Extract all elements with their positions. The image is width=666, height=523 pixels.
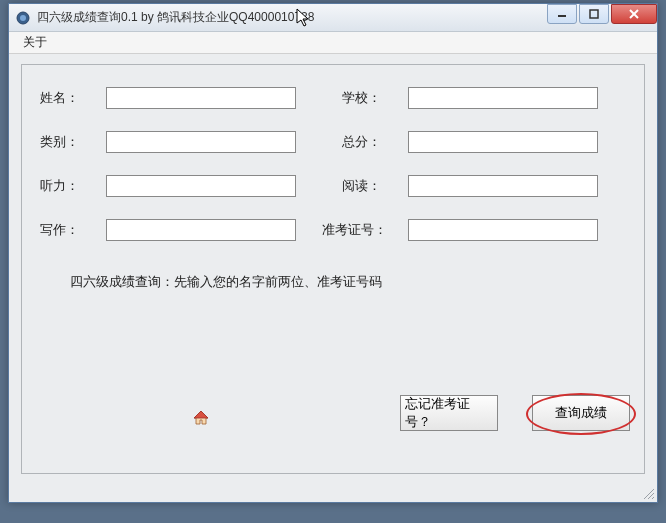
- app-icon: [15, 10, 31, 26]
- client-area: 姓名： 学校： 类别： 总分： 听力： 阅读：: [9, 54, 657, 502]
- maximize-icon: [589, 9, 599, 19]
- input-name[interactable]: [106, 87, 296, 109]
- input-school[interactable]: [408, 87, 598, 109]
- window-title: 四六级成绩查询0.1 by 鸽讯科技企业QQ4000010738: [37, 9, 314, 26]
- forgot-ticket-button[interactable]: 忘记准考证号？: [400, 395, 498, 431]
- row-reading: 阅读：: [342, 175, 598, 197]
- titlebar[interactable]: 四六级成绩查询0.1 by 鸽讯科技企业QQ4000010738: [9, 4, 657, 32]
- label-ticket: 准考证号：: [322, 221, 402, 239]
- input-category[interactable]: [106, 131, 296, 153]
- svg-line-10: [652, 497, 654, 499]
- label-name: 姓名：: [40, 89, 100, 107]
- svg-point-1: [20, 15, 26, 21]
- row-name: 姓名：: [40, 87, 296, 109]
- menubar: 关于: [9, 32, 657, 54]
- input-total[interactable]: [408, 131, 598, 153]
- input-listening[interactable]: [106, 175, 296, 197]
- label-school: 学校：: [342, 89, 402, 107]
- window-controls: [545, 4, 657, 24]
- label-listening: 听力：: [40, 177, 100, 195]
- input-reading[interactable]: [408, 175, 598, 197]
- input-ticket[interactable]: [408, 219, 598, 241]
- row-school: 学校：: [342, 87, 598, 109]
- row-writing: 写作：: [40, 219, 296, 241]
- close-icon: [628, 9, 640, 19]
- menu-about[interactable]: 关于: [15, 32, 55, 53]
- forgot-ticket-label: 忘记准考证号？: [405, 395, 493, 431]
- input-writing[interactable]: [106, 219, 296, 241]
- row-listening: 听力：: [40, 175, 296, 197]
- label-category: 类别：: [40, 133, 100, 151]
- main-window: 四六级成绩查询0.1 by 鸽讯科技企业QQ4000010738 关于 姓名：: [8, 3, 658, 503]
- svg-rect-3: [590, 10, 598, 18]
- label-reading: 阅读：: [342, 177, 402, 195]
- query-score-button[interactable]: 查询成绩: [532, 395, 630, 431]
- resize-grip[interactable]: [641, 486, 655, 500]
- minimize-button[interactable]: [547, 4, 577, 24]
- label-total: 总分：: [342, 133, 402, 151]
- row-ticket: 准考证号：: [322, 219, 598, 241]
- minimize-icon: [557, 9, 567, 19]
- form-panel: 姓名： 学校： 类别： 总分： 听力： 阅读：: [21, 64, 645, 474]
- hint-text: 四六级成绩查询：先输入您的名字前两位、准考证号码: [70, 273, 382, 291]
- maximize-button[interactable]: [579, 4, 609, 24]
- label-writing: 写作：: [40, 221, 100, 239]
- home-icon: [192, 409, 210, 430]
- query-score-label: 查询成绩: [555, 404, 607, 422]
- close-button[interactable]: [611, 4, 657, 24]
- row-total: 总分：: [342, 131, 598, 153]
- svg-marker-7: [194, 411, 208, 418]
- row-category: 类别：: [40, 131, 296, 153]
